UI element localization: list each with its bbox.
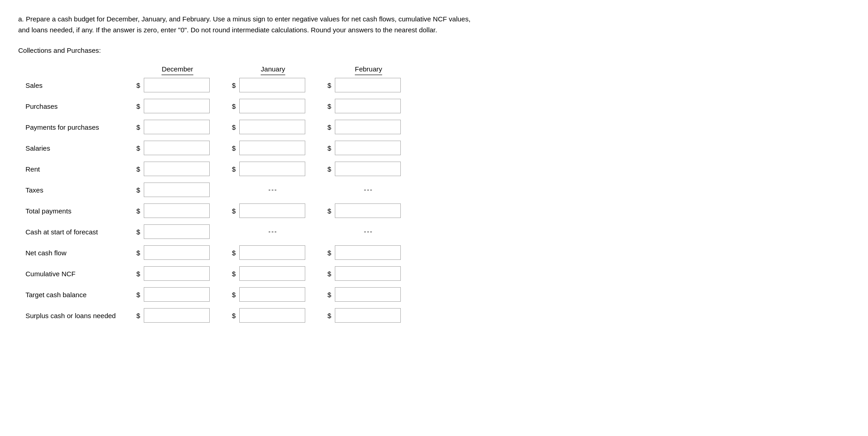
row-gap2-10 — [309, 284, 318, 305]
row-gap2-11 — [309, 305, 318, 326]
row-feb-input-10[interactable] — [335, 287, 401, 302]
row-jan-dollar-5 — [223, 179, 237, 200]
row-feb-dollar-11: $ — [318, 305, 332, 326]
header-gap1 — [214, 63, 223, 75]
row-dec-input-8[interactable] — [144, 245, 210, 260]
row-jan-input-8[interactable] — [239, 245, 305, 260]
row-feb-cell-11 — [332, 305, 405, 326]
row-label-6: Total payments — [23, 200, 127, 221]
row-label-9: Cumulative NCF — [23, 263, 127, 284]
row-dec-input-1[interactable] — [144, 99, 210, 113]
row-dec-input-10[interactable] — [144, 287, 210, 302]
row-dec-input-7[interactable] — [144, 224, 210, 239]
row-feb-input-9[interactable] — [335, 266, 401, 281]
row-feb-cell-2 — [332, 117, 405, 137]
row-dec-input-11[interactable] — [144, 308, 210, 323]
row-jan-dollar-9: $ — [223, 263, 237, 284]
row-dec-dollar-11: $ — [127, 305, 141, 326]
row-dec-input-2[interactable] — [144, 120, 210, 134]
row-feb-input-4[interactable] — [335, 162, 401, 176]
row-jan-input-3[interactable] — [239, 141, 305, 155]
row-jan-input-2[interactable] — [239, 120, 305, 134]
row-jan-input-1[interactable] — [239, 99, 305, 113]
header-dollar-feb-empty — [318, 63, 332, 75]
row-jan-cell-5: --- — [237, 179, 309, 200]
row-feb-dollar-5 — [318, 179, 332, 200]
row-gap1-3 — [214, 137, 223, 158]
row-jan-dollar-3: $ — [223, 137, 237, 158]
row-feb-input-2[interactable] — [335, 120, 401, 134]
table-row: Taxes$------ — [23, 179, 405, 200]
row-gap1-9 — [214, 263, 223, 284]
row-jan-cell-7: --- — [237, 221, 309, 242]
row-feb-input-8[interactable] — [335, 245, 401, 260]
row-jan-input-4[interactable] — [239, 162, 305, 176]
row-label-2: Payments for purchases — [23, 117, 127, 137]
instructions-line1: a. Prepare a cash budget for December, J… — [18, 15, 470, 23]
row-feb-cell-6 — [332, 200, 405, 221]
row-jan-input-0[interactable] — [239, 78, 305, 92]
row-feb-dollar-6: $ — [318, 200, 332, 221]
instructions-line2: and loans needed, if any. If the answer … — [18, 26, 437, 34]
row-dec-input-4[interactable] — [144, 162, 210, 176]
row-gap1-0 — [214, 75, 223, 96]
row-jan-cell-1 — [237, 96, 309, 117]
row-jan-dollar-0: $ — [223, 75, 237, 96]
header-december: December — [141, 63, 214, 75]
table-row: Surplus cash or loans needed$$$ — [23, 305, 405, 326]
row-label-3: Salaries — [23, 137, 127, 158]
row-jan-cell-9 — [237, 263, 309, 284]
row-dec-dollar-8: $ — [127, 242, 141, 263]
row-feb-input-0[interactable] — [335, 78, 401, 92]
row-gap1-6 — [214, 200, 223, 221]
row-dec-dollar-9: $ — [127, 263, 141, 284]
row-feb-input-6[interactable] — [335, 203, 401, 218]
row-jan-input-6[interactable] — [239, 203, 305, 218]
row-jan-input-10[interactable] — [239, 287, 305, 302]
row-feb-input-1[interactable] — [335, 99, 401, 113]
row-jan-cell-8 — [237, 242, 309, 263]
row-label-11: Surplus cash or loans needed — [23, 305, 127, 326]
row-gap1-4 — [214, 158, 223, 179]
header-label-empty — [23, 63, 127, 75]
row-label-10: Target cash balance — [23, 284, 127, 305]
table-row: Rent$$$ — [23, 158, 405, 179]
row-label-1: Purchases — [23, 96, 127, 117]
row-dec-input-0[interactable] — [144, 78, 210, 92]
row-feb-cell-4 — [332, 158, 405, 179]
row-dec-cell-0 — [141, 75, 214, 96]
row-gap1-8 — [214, 242, 223, 263]
row-feb-cell-1 — [332, 96, 405, 117]
row-dec-input-9[interactable] — [144, 266, 210, 281]
row-jan-dollar-2: $ — [223, 117, 237, 137]
row-label-5: Taxes — [23, 179, 127, 200]
row-jan-dollar-11: $ — [223, 305, 237, 326]
row-dec-input-5[interactable] — [144, 183, 210, 197]
row-gap2-3 — [309, 137, 318, 158]
row-label-8: Net cash flow — [23, 242, 127, 263]
row-jan-input-9[interactable] — [239, 266, 305, 281]
row-feb-input-3[interactable] — [335, 141, 401, 155]
row-gap2-1 — [309, 96, 318, 117]
row-jan-cell-11 — [237, 305, 309, 326]
row-label-4: Rent — [23, 158, 127, 179]
row-dec-cell-5 — [141, 179, 214, 200]
row-label-7: Cash at start of forecast — [23, 221, 127, 242]
row-feb-cell-7: --- — [332, 221, 405, 242]
row-feb-cell-9 — [332, 263, 405, 284]
header-february: February — [332, 63, 405, 75]
row-jan-input-11[interactable] — [239, 308, 305, 323]
budget-table: December January February Sales$$$Purcha… — [23, 63, 405, 326]
row-feb-input-11[interactable] — [335, 308, 401, 323]
row-dec-dollar-0: $ — [127, 75, 141, 96]
row-feb-dollar-8: $ — [318, 242, 332, 263]
table-row: Salaries$$$ — [23, 137, 405, 158]
row-feb-cell-10 — [332, 284, 405, 305]
row-dec-input-6[interactable] — [144, 203, 210, 218]
row-dec-input-3[interactable] — [144, 141, 210, 155]
table-row: Payments for purchases$$$ — [23, 117, 405, 137]
row-gap2-6 — [309, 200, 318, 221]
row-dec-cell-9 — [141, 263, 214, 284]
table-row: Target cash balance$$$ — [23, 284, 405, 305]
row-gap1-11 — [214, 305, 223, 326]
